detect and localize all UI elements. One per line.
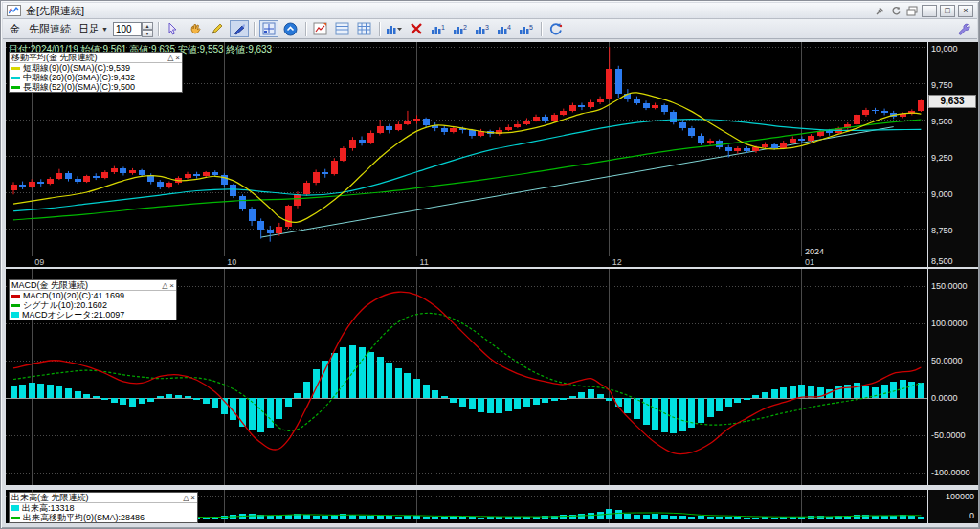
collapse-icon[interactable]: △ bbox=[167, 54, 173, 62]
grid-icon[interactable] bbox=[355, 20, 374, 37]
window-title: 金[先限連続] bbox=[26, 4, 84, 18]
price-axis: 10,000 9,750 9,500 9,250 9,000 8,750 8,5… bbox=[928, 42, 978, 267]
hand-icon[interactable] bbox=[186, 20, 205, 37]
volume-tick: 0 bbox=[969, 511, 974, 520]
chevron-down-icon: ▼ bbox=[101, 26, 108, 33]
volume-axis: 100000 0 bbox=[928, 490, 978, 523]
chart-app-icon bbox=[7, 5, 21, 16]
legend-item: MACDオシレータ:21.0097 bbox=[10, 310, 176, 320]
indicator-1-icon[interactable]: 1 bbox=[429, 20, 448, 37]
svg-text:5: 5 bbox=[529, 24, 533, 31]
indicator-2-icon[interactable]: 2 bbox=[451, 20, 470, 37]
spin-down-icon[interactable]: ▼ bbox=[142, 30, 153, 37]
pin-icon[interactable] bbox=[873, 5, 886, 16]
macd-tick: 0.0000 bbox=[931, 393, 958, 403]
indicator-3-icon[interactable]: 3 bbox=[473, 20, 492, 37]
macd-legend-title: MACD(金 先限連続) bbox=[11, 279, 88, 292]
indicator-5-icon[interactable]: 5 bbox=[517, 20, 536, 37]
minimize-button[interactable]: – bbox=[922, 5, 937, 17]
macd-tick: 100.0000 bbox=[931, 319, 968, 328]
toolbar-separator bbox=[305, 22, 306, 36]
scroll-icon[interactable] bbox=[281, 20, 301, 37]
histogram-menu-icon[interactable] bbox=[385, 20, 404, 37]
svg-text:1: 1 bbox=[441, 24, 445, 31]
maximize-button[interactable]: □ bbox=[940, 5, 955, 17]
collapse-icon[interactable]: △ bbox=[162, 281, 167, 290]
toolbar-separator bbox=[254, 22, 255, 36]
legend-item: 長期線(52)(0)(SMA)(C):9,500 bbox=[10, 82, 182, 92]
ma-legend[interactable]: 移動平均(金 先限連続) △ × 短期線(9)(0)(SMA)(C):9,539… bbox=[9, 52, 183, 93]
wrench-icon[interactable] bbox=[954, 20, 973, 37]
pen-icon[interactable] bbox=[230, 20, 249, 37]
crosshair-icon[interactable] bbox=[259, 20, 278, 37]
svg-text:09: 09 bbox=[34, 257, 44, 267]
chart-window-icon[interactable] bbox=[311, 20, 330, 37]
symbol-label[interactable]: 金 bbox=[7, 22, 23, 36]
close-icon[interactable]: × bbox=[190, 494, 195, 502]
svg-text:2: 2 bbox=[463, 24, 467, 31]
volume-legend[interactable]: 出来高(金 先限連続) △ × 出来高:13318 出来高移動平均(9)(SMA… bbox=[9, 492, 198, 523]
svg-text:2024: 2024 bbox=[805, 247, 824, 256]
indicator-delete-icon[interactable] bbox=[407, 20, 426, 37]
cascade-windows-icon[interactable] bbox=[905, 5, 919, 16]
collapse-icon[interactable]: △ bbox=[183, 494, 189, 502]
hgrid-icon[interactable] bbox=[333, 20, 352, 37]
spin-up-icon[interactable]: ▲ bbox=[142, 22, 153, 30]
bar-count-stepper: ▲▼ bbox=[113, 22, 153, 36]
price-tick: 8,500 bbox=[931, 256, 953, 266]
macd-legend-title-row: MACD(金 先限連続) △ × bbox=[10, 280, 176, 291]
pencil-icon[interactable] bbox=[208, 20, 227, 37]
timeframe-dropdown[interactable]: 日足 ▼ bbox=[77, 22, 110, 36]
toolbar: 金 先限連続 日足 ▼ ▲▼ 1 2 3 4 5 bbox=[3, 19, 977, 39]
price-tick: 9,750 bbox=[931, 80, 953, 90]
chart-area: 09101112012024 10,000 9,750 9,500 9,250 … bbox=[4, 40, 978, 527]
macd-tick: -100.0000 bbox=[931, 468, 970, 477]
current-price-tag: 9,633 bbox=[928, 95, 976, 108]
macd-tick: 150.0000 bbox=[931, 281, 968, 291]
refresh-icon[interactable] bbox=[546, 20, 566, 37]
titlebar: 金[先限連続] – □ × bbox=[3, 3, 977, 19]
price-tick: 10,000 bbox=[931, 44, 958, 54]
toolbar-separator bbox=[541, 22, 542, 36]
legend-item: 出来高移動平均(9)(SMA):28486 bbox=[10, 513, 197, 522]
toolbar-separator bbox=[158, 22, 159, 36]
close-icon[interactable]: × bbox=[175, 54, 180, 62]
macd-legend[interactable]: MACD(金 先限連続) △ × MACD(10)(20)(C):41.1699… bbox=[9, 279, 177, 320]
svg-text:3: 3 bbox=[485, 24, 489, 31]
svg-text:10: 10 bbox=[227, 257, 236, 267]
svg-text:12: 12 bbox=[612, 257, 622, 267]
svg-text:11: 11 bbox=[420, 257, 429, 267]
close-button[interactable]: × bbox=[958, 5, 973, 17]
rotate-icon[interactable] bbox=[889, 5, 902, 16]
timeframe-value: 日足 bbox=[78, 22, 100, 36]
price-tick: 8,750 bbox=[931, 226, 953, 235]
bar-count-input[interactable] bbox=[113, 22, 142, 36]
macd-tick: 50.0000 bbox=[931, 356, 963, 365]
indicator-4-icon[interactable]: 4 bbox=[495, 20, 514, 37]
price-tick: 9,500 bbox=[931, 117, 953, 126]
cursor-icon[interactable] bbox=[164, 20, 183, 37]
price-tick: 9,000 bbox=[931, 189, 953, 199]
price-tick: 9,250 bbox=[931, 153, 953, 163]
toolbar-separator bbox=[379, 22, 380, 36]
app-window: 金[先限連続] – □ × 金 先限連続 日足 ▼ ▲▼ bbox=[0, 0, 980, 529]
close-icon[interactable]: × bbox=[169, 281, 174, 290]
macd-axis: 150.0000 100.0000 50.0000 0.0000 -50.000… bbox=[928, 269, 978, 485]
svg-text:01: 01 bbox=[805, 257, 814, 267]
series-label[interactable]: 先限連続 bbox=[26, 22, 74, 36]
macd-tick: -50.0000 bbox=[931, 430, 966, 440]
svg-text:4: 4 bbox=[507, 24, 511, 31]
volume-tick: 100000 bbox=[946, 492, 974, 501]
